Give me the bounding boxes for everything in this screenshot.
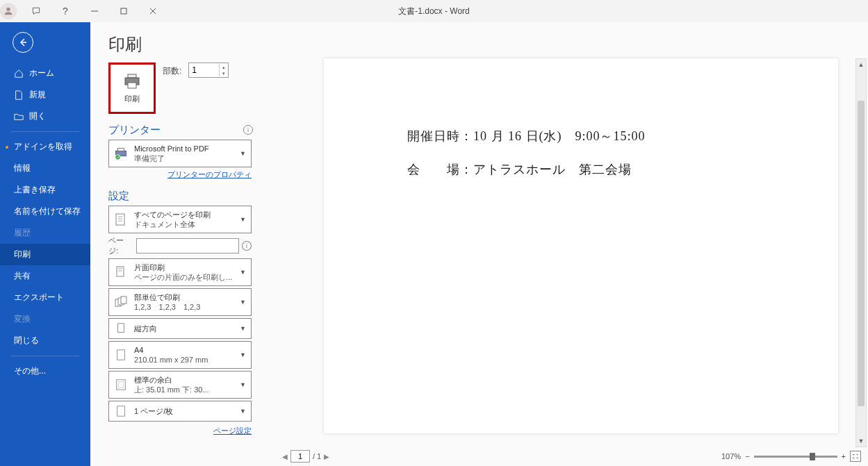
sidebar-label-new: 新規 [29,89,46,101]
svg-rect-6 [128,74,136,78]
sidebar-item-new[interactable]: 新規 [0,84,90,106]
zoom-to-page-button[interactable]: ⛶ [850,451,861,462]
print-settings-panel: 印刷 印刷 部数: ▲ ▼ プリンター i [90,22,261,466]
preview-scrollbar[interactable]: ▲ ▼ [855,58,867,447]
sidebar-item-open[interactable]: 開く [0,106,90,127]
sidebar-item-info[interactable]: 情報 [0,158,90,179]
chevron-down-icon: ▼ [240,299,247,306]
info-icon[interactable]: i [243,125,253,135]
collate-icon [113,294,129,310]
preview-line-2: 会 場：アトラスホール 第二会場 [407,161,755,178]
page-setup-link[interactable]: ページ設定 [108,426,252,436]
print-button[interactable]: 印刷 [108,63,156,114]
sidebar-item-history: 履歴 [0,222,90,244]
svg-rect-26 [117,406,125,416]
print-range-dropdown[interactable]: すべてのページを印刷 ドキュメント全体 ▼ [108,206,252,233]
minimize-button[interactable] [81,1,108,21]
chevron-down-icon: ▼ [240,216,247,223]
print-button-label: 印刷 [124,94,140,104]
svg-rect-21 [121,297,126,303]
preview-line-1: 開催日時：10 月 16 日(水) 9:00～15:00 [407,128,755,144]
prev-page-button[interactable]: ◀ [282,453,288,460]
close-button[interactable] [139,1,167,21]
new-dot-icon [6,146,8,149]
printer-name: Microsoft Print to PDF [134,144,240,153]
printer-status: 準備完了 [134,153,240,163]
sidebar-item-addins[interactable]: アドインを取得 [0,136,90,158]
home-icon [14,69,24,78]
current-page-input[interactable] [290,450,310,463]
sidebar-item-close[interactable]: 閉じる [0,330,90,351]
sidebar-item-saveas[interactable]: 名前を付けて保存 [0,201,90,222]
next-page-button[interactable]: ▶ [324,453,329,460]
chevron-down-icon: ▼ [240,269,247,276]
back-button[interactable] [13,32,33,53]
paper-icon [113,347,129,363]
sidebar-separator [11,356,79,356]
sidebar-item-save[interactable]: 上書き保存 [0,179,90,201]
copies-up-button[interactable]: ▲ [219,64,227,70]
one-sided-icon [113,265,129,280]
printer-ready-icon [113,146,129,161]
zoom-value: 107% [721,452,741,460]
sidebar-item-print[interactable]: 印刷 [0,244,90,265]
svg-rect-8 [128,83,136,88]
margins-dropdown[interactable]: 標準の余白 上: 35.01 mm 下: 30... ▼ [108,371,252,399]
paper-size-dropdown[interactable]: A4 210.01 mm x 297 mm ▼ [108,341,252,369]
zoom-out-button[interactable]: − [745,452,749,460]
document-title: 文書-1.docx - Word [398,6,469,17]
zoom-in-button[interactable]: + [842,452,846,460]
sidebar-label-close: 閉じる [14,335,39,347]
sidebar-label-print: 印刷 [14,249,31,260]
info-icon[interactable]: i [242,241,252,251]
margins-sub: 上: 35.01 mm 下: 30... [134,385,240,394]
pages-input[interactable] [136,238,239,253]
sidebar-item-export[interactable]: エクスポート [0,287,90,308]
svg-rect-10 [117,149,124,151]
sidebar-item-share[interactable]: 共有 [0,265,90,287]
paper-sub: 210.01 mm x 297 mm [134,355,240,365]
portrait-icon [113,321,129,336]
margins-title: 標準の余白 [134,375,240,385]
sidebar-item-more[interactable]: その他... [0,360,90,382]
svg-point-11 [115,155,120,160]
sheet-icon [113,403,129,419]
backstage-sidebar: ホーム 新規 開く アドインを取得 情報 上書き保存 名前を付けて保存 履歴 印… [0,22,90,466]
svg-rect-23 [117,350,125,360]
scroll-thumb[interactable] [858,101,865,406]
pages-per-sheet-dropdown[interactable]: 1 ページ/枚 ▼ [108,401,252,422]
sidebar-label-open: 開く [29,110,46,122]
sidebar-label-share: 共有 [14,270,31,282]
zoom-thumb[interactable] [810,453,815,460]
printer-section-header: プリンター i [108,124,252,137]
sidebar-item-home[interactable]: ホーム [0,63,90,84]
sidebar-label-transform: 変換 [14,313,31,325]
sidebar-label-info: 情報 [14,163,31,174]
zoom-slider[interactable] [754,456,837,458]
svg-rect-22 [118,324,124,333]
sidebar-item-transform: 変換 [0,308,90,330]
account-avatar[interactable] [0,3,17,19]
printer-dropdown[interactable]: Microsoft Print to PDF 準備完了 ▼ [108,140,252,167]
comments-icon[interactable] [22,1,50,21]
total-pages-label: / 1 [313,452,321,460]
printer-properties-link[interactable]: プリンターのプロパティ [108,169,252,180]
copies-down-button[interactable]: ▼ [219,70,227,76]
svg-rect-24 [117,380,126,390]
page-title: 印刷 [108,33,252,56]
collate-dropdown[interactable]: 部単位で印刷 1,2,3 1,2,3 1,2,3 ▼ [108,288,252,316]
title-bar: 文書-1.docx - Word ? [0,0,868,22]
orientation-dropdown[interactable]: 縦方向 ▼ [108,318,252,339]
new-icon [14,90,24,100]
collate-sub: 1,2,3 1,2,3 1,2,3 [134,302,240,312]
sides-dropdown[interactable]: 片面印刷 ページの片面のみを印刷し... ▼ [108,258,252,286]
copies-input[interactable] [189,64,217,76]
scroll-up-button[interactable]: ▲ [856,59,866,70]
copies-spinner[interactable]: ▲ ▼ [188,63,229,78]
printer-icon [122,73,142,90]
scroll-down-button[interactable]: ▼ [856,435,866,447]
chevron-down-icon: ▼ [240,408,247,415]
maximize-button[interactable] [110,1,138,21]
help-icon[interactable]: ? [51,1,79,21]
sidebar-label-saveas: 名前を付けて保存 [14,206,81,217]
